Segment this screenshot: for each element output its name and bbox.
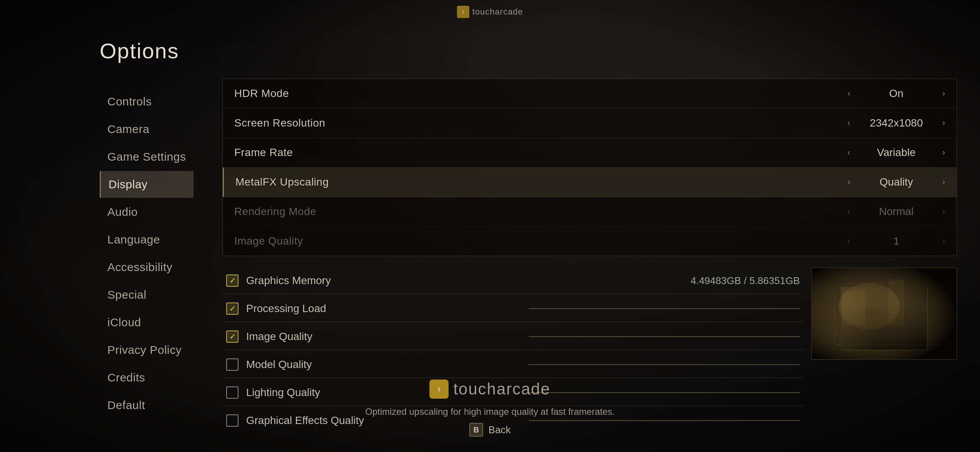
hdr-label: HDR Mode (234, 87, 847, 100)
rendering-label: Rendering Mode (234, 205, 847, 218)
rendering-chevron-right: › (942, 207, 945, 217)
resolution-value: 2342x1080 (858, 117, 935, 129)
settings-list: HDR Mode ‹ On › Screen Resolution ‹ 2342… (222, 79, 957, 256)
sidebar-item-privacy-policy[interactable]: Privacy Policy (100, 337, 194, 363)
checkbox-row-model-quality[interactable]: Model Quality (222, 352, 804, 378)
settings-row-rendering: Rendering Mode ‹ Normal › (223, 197, 957, 227)
settings-row-imagequality-top: Image Quality ‹ 1 › (223, 227, 957, 256)
framerate-control[interactable]: ‹ Variable › (847, 146, 945, 159)
metalfx-control[interactable]: ‹ Quality › (847, 176, 945, 188)
framerate-chevron-right[interactable]: › (942, 148, 945, 158)
processing-load-label: Processing Load (246, 302, 517, 315)
model-quality-bar (529, 364, 800, 365)
framerate-label: Frame Rate (234, 146, 847, 159)
processing-load-bar (529, 308, 800, 309)
svg-text:t: t (462, 10, 464, 15)
svg-rect-4 (835, 283, 904, 345)
checkbox-row-processing-load[interactable]: Processing Load (222, 296, 804, 322)
sidebar-item-audio[interactable]: Audio (100, 199, 194, 225)
metalfx-chevron-right[interactable]: › (942, 177, 945, 187)
framerate-chevron-left[interactable]: ‹ (847, 148, 850, 158)
settings-row-metalfx[interactable]: MetalFX Upscaling ‹ Quality › (223, 168, 957, 197)
framerate-value: Variable (858, 146, 935, 159)
processing-load-checkbox[interactable] (226, 302, 238, 315)
rendering-chevron-left: ‹ (847, 207, 850, 217)
image-quality-checkbox[interactable] (226, 330, 238, 343)
metalfx-value: Quality (858, 176, 935, 188)
imagequality-top-control: ‹ 1 › (847, 235, 945, 247)
hdr-value: On (858, 87, 935, 100)
memory-info-row: Graphics Memory 4.49483GB / 5.86351GB (222, 268, 804, 294)
model-quality-label: Model Quality (246, 358, 517, 371)
sidebar-item-display[interactable]: Display (100, 171, 194, 198)
hdr-chevron-left[interactable]: ‹ (847, 89, 850, 99)
preview-image (811, 268, 957, 360)
watermark-bottom: t toucharcade (429, 380, 550, 399)
rendering-control: ‹ Normal › (847, 205, 945, 218)
settings-row-resolution[interactable]: Screen Resolution ‹ 2342x1080 › (223, 108, 957, 138)
graphics-memory-value: 4.49483GB / 5.86351GB (691, 275, 800, 287)
sidebar-item-accessibility[interactable]: Accessibility (100, 254, 194, 281)
settings-row-framerate[interactable]: Frame Rate ‹ Variable › (223, 138, 957, 168)
b-badge: B (469, 423, 483, 437)
watermark-top: t toucharcade (457, 6, 523, 18)
ta-logo-bottom: t (429, 380, 449, 399)
hdr-control[interactable]: ‹ On › (847, 87, 945, 100)
imagequality-top-label: Image Quality (234, 235, 847, 247)
sidebar-item-game-settings[interactable]: Game Settings (100, 143, 194, 170)
resolution-label: Screen Resolution (234, 117, 847, 129)
svg-point-8 (839, 283, 900, 329)
sidebar-item-controls[interactable]: Controls (100, 88, 194, 115)
watermark-top-text: toucharcade (472, 7, 523, 17)
graphics-memory-checkbox[interactable] (226, 274, 238, 287)
graphics-memory-label: Graphics Memory (246, 274, 331, 287)
sidebar-item-icloud[interactable]: iCloud (100, 309, 194, 336)
sidebar-item-language[interactable]: Language (100, 226, 194, 253)
svg-rect-6 (888, 279, 904, 325)
hint-text: Optimized upscaling for high image quali… (365, 406, 615, 417)
imagequality-top-chevron-right: › (942, 236, 945, 246)
resolution-control[interactable]: ‹ 2342x1080 › (847, 117, 945, 129)
rendering-value: Normal (858, 205, 935, 218)
sidebar-nav: Controls Camera Game Settings Display Au… (100, 88, 194, 419)
resolution-chevron-right[interactable]: › (942, 118, 945, 128)
svg-text:t: t (438, 386, 441, 393)
watermark-bottom-text: toucharcade (453, 380, 550, 398)
svg-rect-5 (842, 291, 865, 325)
imagequality-top-value: 1 (858, 235, 935, 247)
back-label: Back (488, 424, 511, 436)
hdr-chevron-right[interactable]: › (942, 89, 945, 99)
sidebar-item-special[interactable]: Special (100, 281, 194, 308)
image-quality-bar (529, 336, 800, 337)
image-quality-label: Image Quality (246, 330, 517, 343)
metalfx-chevron-left[interactable]: ‹ (847, 177, 850, 187)
model-quality-checkbox[interactable] (226, 358, 238, 371)
resolution-chevron-left[interactable]: ‹ (847, 118, 850, 128)
imagequality-top-chevron-left: ‹ (847, 236, 850, 246)
checkbox-row-image-quality[interactable]: Image Quality (222, 324, 804, 350)
page-title: Options (100, 38, 980, 63)
metalfx-label: MetalFX Upscaling (235, 176, 847, 188)
settings-row-hdr[interactable]: HDR Mode ‹ On › (223, 79, 957, 108)
back-button-row: B Back (469, 423, 511, 437)
sidebar-item-camera[interactable]: Camera (100, 116, 194, 143)
svg-rect-3 (812, 268, 957, 360)
ta-logo-icon: t (457, 6, 469, 18)
bottom-section: t toucharcade Optimized upscaling for hi… (0, 380, 980, 452)
